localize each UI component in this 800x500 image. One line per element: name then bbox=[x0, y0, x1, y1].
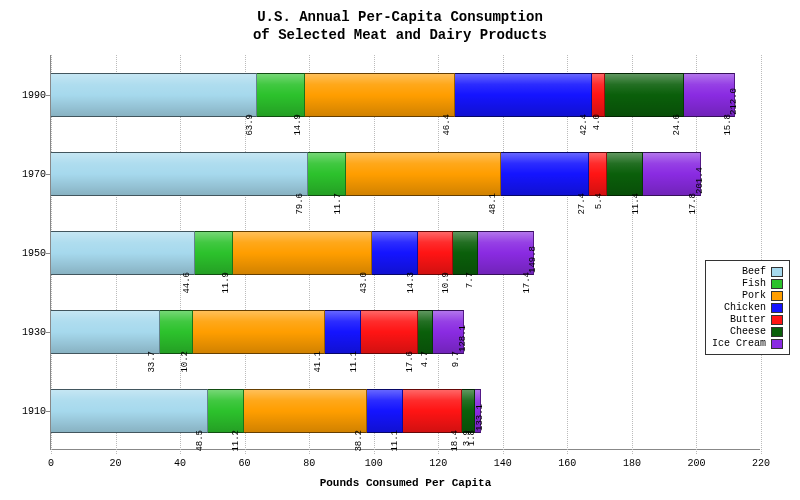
legend-label: Chicken bbox=[724, 302, 766, 313]
plot-area: Pounds Consumed Per Capita 0204060801001… bbox=[50, 55, 760, 450]
segment-value-label: 11.2 bbox=[231, 430, 241, 452]
x-tick-label: 120 bbox=[429, 458, 447, 469]
x-tick-label: 200 bbox=[687, 458, 705, 469]
bar-segment: 15.8 bbox=[684, 73, 735, 117]
row-total-label: 149.8 bbox=[528, 245, 538, 272]
row-total-label: 133.1 bbox=[475, 403, 485, 430]
segment-value-label: 15.8 bbox=[722, 114, 732, 136]
segment-value-label: 7.7 bbox=[465, 272, 475, 288]
y-tick-label: 1990 bbox=[16, 89, 46, 100]
legend-swatch bbox=[771, 303, 783, 313]
row-total-label: 212.0 bbox=[729, 87, 739, 114]
y-tick-label: 1910 bbox=[16, 405, 46, 416]
x-tick-label: 160 bbox=[558, 458, 576, 469]
bar-segment: 11.1 bbox=[325, 310, 361, 354]
legend-item: Fish bbox=[712, 278, 783, 289]
bar-segment: 7.7 bbox=[453, 231, 478, 275]
segment-value-label: 11.7 bbox=[333, 193, 343, 215]
legend-swatch bbox=[771, 267, 783, 277]
x-tick-label: 180 bbox=[623, 458, 641, 469]
x-tick-label: 60 bbox=[239, 458, 251, 469]
legend-swatch bbox=[771, 339, 783, 349]
legend-label: Beef bbox=[742, 266, 766, 277]
y-tick-label: 1970 bbox=[16, 168, 46, 179]
legend-swatch bbox=[771, 315, 783, 325]
legend-swatch bbox=[771, 291, 783, 301]
x-tick-label: 220 bbox=[752, 458, 770, 469]
bar-segment: 4.0 bbox=[592, 73, 605, 117]
segment-value-label: 17.6 bbox=[405, 351, 415, 373]
segment-value-label: 38.2 bbox=[354, 430, 364, 452]
x-tick-label: 20 bbox=[110, 458, 122, 469]
segment-value-label: 46.4 bbox=[442, 114, 452, 136]
x-tick-label: 100 bbox=[365, 458, 383, 469]
x-tick-label: 80 bbox=[303, 458, 315, 469]
bar-segment: 27.4 bbox=[501, 152, 589, 196]
bar-segment: 24.6 bbox=[605, 73, 684, 117]
segment-value-label: 4.7 bbox=[420, 351, 430, 367]
bar-segment: 10.2 bbox=[160, 310, 193, 354]
bar-segment: 38.2 bbox=[244, 389, 367, 433]
bar-segment: 18.4 bbox=[403, 389, 462, 433]
segment-value-label: 27.4 bbox=[576, 193, 586, 215]
bar-segment: 33.7 bbox=[51, 310, 160, 354]
bar-segment: 43.0 bbox=[233, 231, 372, 275]
row-total-label: 201.4 bbox=[695, 166, 705, 193]
chart-container: U.S. Annual Per-Capita Consumption of Se… bbox=[0, 0, 800, 500]
segment-value-label: 42.4 bbox=[579, 114, 589, 136]
legend-swatch bbox=[771, 279, 783, 289]
bar-segment: 44.6 bbox=[51, 231, 195, 275]
bar-row: 79.611.748.127.45.411.417.8201.4 bbox=[51, 152, 701, 196]
bar-segment: 5.4 bbox=[589, 152, 606, 196]
x-tick-label: 140 bbox=[494, 458, 512, 469]
segment-value-label: 11.1 bbox=[390, 430, 400, 452]
legend-item: Chicken bbox=[712, 302, 783, 313]
legend-item: Cheese bbox=[712, 326, 783, 337]
bar-row: 33.710.241.111.117.64.79.7128.1 bbox=[51, 310, 464, 354]
legend-label: Fish bbox=[742, 278, 766, 289]
x-tick-label: 0 bbox=[48, 458, 54, 469]
bar-segment: 11.7 bbox=[308, 152, 346, 196]
bar-segment: 11.9 bbox=[195, 231, 233, 275]
bar-segment: 11.4 bbox=[607, 152, 644, 196]
segment-value-label: 33.7 bbox=[147, 351, 157, 373]
segment-value-label: 5.4 bbox=[594, 193, 604, 209]
segment-value-label: 43.0 bbox=[359, 272, 369, 294]
legend-item: Pork bbox=[712, 290, 783, 301]
bar-segment: 3.9 bbox=[462, 389, 475, 433]
segment-value-label: 14.3 bbox=[405, 272, 415, 294]
segment-value-label: 11.4 bbox=[630, 193, 640, 215]
bar-segment: 17.8 bbox=[643, 152, 700, 196]
bar-segment: 41.1 bbox=[193, 310, 326, 354]
bar-row: 63.914.946.442.44.024.615.8212.0 bbox=[51, 73, 735, 117]
chart-title: U.S. Annual Per-Capita Consumption of Se… bbox=[0, 8, 800, 44]
bar-segment: 11.1 bbox=[367, 389, 403, 433]
segment-value-label: 18.4 bbox=[449, 430, 459, 452]
legend-swatch bbox=[771, 327, 783, 337]
segment-value-label: 9.7 bbox=[451, 351, 461, 367]
bar-segment: 11.2 bbox=[208, 389, 244, 433]
legend-item: Beef bbox=[712, 266, 783, 277]
segment-value-label: 48.5 bbox=[195, 430, 205, 452]
x-tick-label: 40 bbox=[174, 458, 186, 469]
bar-segment: 63.9 bbox=[51, 73, 257, 117]
legend-label: Cheese bbox=[730, 326, 766, 337]
y-tick-label: 1950 bbox=[16, 247, 46, 258]
gridline bbox=[761, 55, 762, 454]
y-tick-label: 1930 bbox=[16, 326, 46, 337]
legend-label: Butter bbox=[730, 314, 766, 325]
segment-value-label: 44.6 bbox=[182, 272, 192, 294]
bar-segment: 42.4 bbox=[455, 73, 592, 117]
segment-value-label: 4.0 bbox=[592, 114, 602, 130]
legend-item: Butter bbox=[712, 314, 783, 325]
segment-value-label: 10.9 bbox=[440, 272, 450, 294]
legend-item: Ice Cream bbox=[712, 338, 783, 349]
bar-segment: 14.9 bbox=[257, 73, 305, 117]
bar-segment: 46.4 bbox=[305, 73, 455, 117]
row-total-label: 128.1 bbox=[458, 324, 468, 351]
segment-value-label: 11.1 bbox=[348, 351, 358, 373]
bar-segment: 17.4 bbox=[478, 231, 534, 275]
segment-value-label: 1.8 bbox=[468, 430, 478, 446]
bar-segment: 48.1 bbox=[346, 152, 501, 196]
title-line-1: U.S. Annual Per-Capita Consumption bbox=[257, 9, 543, 25]
